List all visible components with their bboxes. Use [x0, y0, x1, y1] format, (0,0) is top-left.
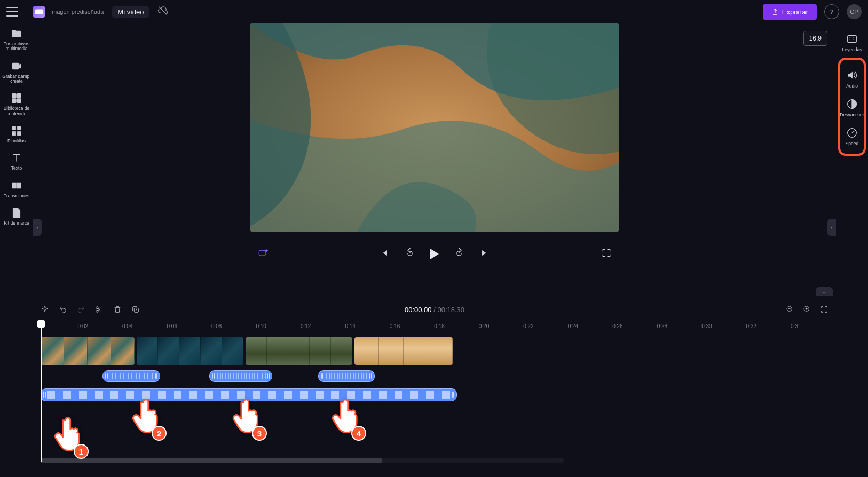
delete-icon[interactable]: [113, 305, 122, 314]
svg-rect-12: [17, 183, 21, 188]
video-clip[interactable]: [354, 337, 453, 365]
video-clip[interactable]: [137, 337, 243, 365]
svg-rect-7: [12, 126, 15, 130]
fullscreen-icon[interactable]: [601, 248, 612, 260]
playhead[interactable]: [41, 324, 42, 462]
svg-point-19: [96, 310, 98, 312]
timeline-section: ⌄ 00:00.00 / 00:18.30 00:020:040:060:080…: [33, 299, 836, 477]
sidebar-item-content-library[interactable]: Biblioteca de contenido: [1, 92, 32, 116]
timeline-timecode: 00:00.00 / 00:18.30: [405, 306, 464, 314]
sidebar-item-templates[interactable]: Plantillas: [7, 125, 26, 144]
project-name-input[interactable]: Mi vídeo: [112, 6, 149, 18]
avatar[interactable]: CP: [847, 4, 862, 19]
video-preview[interactable]: [250, 23, 619, 232]
main-area: [33, 23, 836, 290]
sidebar-item-transitions[interactable]: Transiciones: [4, 180, 29, 198]
app-logo-icon: [33, 6, 45, 18]
undo-icon[interactable]: [59, 305, 67, 314]
help-icon[interactable]: ?: [824, 4, 839, 19]
brand: Imagen prediseñada Mi vídeo: [33, 6, 149, 18]
hamburger-menu-icon[interactable]: [6, 7, 18, 17]
annotation-highlight-box: [838, 58, 866, 156]
right-sidebar: Leyendas Audio Desvanecer Speed: [836, 23, 868, 477]
ai-sparkle-icon[interactable]: [257, 248, 268, 260]
video-track: [41, 337, 836, 365]
export-button[interactable]: Exportar: [763, 4, 817, 20]
play-button[interactable]: [430, 249, 439, 259]
rewind-icon[interactable]: [405, 248, 415, 260]
brand-sub: Imagen prediseñada: [50, 9, 104, 15]
svg-rect-3: [12, 94, 16, 98]
sidebar-item-brand-kit[interactable]: Kit de marca: [4, 207, 29, 226]
svg-rect-6: [17, 99, 21, 102]
auto-tool-icon[interactable]: [41, 305, 49, 314]
annotation-hand-pointer: 1: [52, 417, 84, 455]
sfx-clip[interactable]: [318, 370, 375, 382]
skip-start-icon[interactable]: [379, 248, 390, 260]
split-icon[interactable]: [95, 305, 104, 314]
svg-rect-10: [18, 132, 21, 135]
zoom-in-icon[interactable]: [803, 305, 811, 314]
sfx-track: [41, 370, 836, 382]
svg-rect-5: [12, 99, 16, 102]
timeline-ruler[interactable]: 00:020:040:060:080:100:120:140:160:180:2…: [33, 320, 836, 332]
svg-point-18: [96, 307, 98, 309]
annotation-hand-pointer: 2: [130, 399, 162, 436]
player-controls: [33, 244, 836, 264]
sidebar-item-media[interactable]: Tus archivos multimedia: [1, 28, 32, 52]
timeline-scrollbar[interactable]: [41, 458, 564, 463]
sfx-clip[interactable]: [209, 370, 272, 382]
svg-rect-2: [12, 63, 19, 69]
svg-rect-11: [12, 183, 16, 188]
forward-icon[interactable]: [454, 248, 464, 260]
skip-end-icon[interactable]: [479, 248, 490, 260]
left-sidebar: Tus archivos multimedia Grabar &amp; cre…: [0, 23, 33, 477]
redo-icon[interactable]: [77, 305, 85, 314]
svg-rect-4: [17, 94, 21, 98]
zoom-fit-icon[interactable]: [820, 305, 828, 314]
video-clip[interactable]: [41, 337, 135, 365]
header: Imagen prediseñada Mi vídeo Exportar ? C…: [0, 0, 868, 23]
sfx-clip[interactable]: [102, 370, 160, 382]
svg-rect-0: [35, 9, 43, 14]
svg-rect-13: [848, 36, 857, 43]
preview-image: [250, 23, 619, 232]
timeline-collapse-toggle[interactable]: ⌄: [816, 287, 833, 296]
cloud-sync-off-icon[interactable]: [157, 5, 168, 18]
svg-rect-9: [12, 132, 15, 135]
annotation-hand-pointer: 4: [330, 399, 362, 436]
rs-item-captions[interactable]: Leyendas: [840, 30, 864, 55]
annotation-hand-pointer: 3: [231, 399, 263, 436]
zoom-out-icon[interactable]: [786, 305, 794, 314]
duplicate-icon[interactable]: [131, 305, 140, 314]
timeline-toolbar: 00:00.00 / 00:18.30: [33, 299, 836, 320]
sidebar-item-text[interactable]: Texto: [11, 152, 22, 171]
svg-rect-8: [18, 126, 21, 130]
svg-rect-17: [259, 250, 265, 256]
video-clip[interactable]: [246, 337, 352, 365]
sidebar-item-record[interactable]: Grabar &amp; create: [1, 60, 32, 84]
timeline-tracks: 1234: [33, 337, 836, 465]
